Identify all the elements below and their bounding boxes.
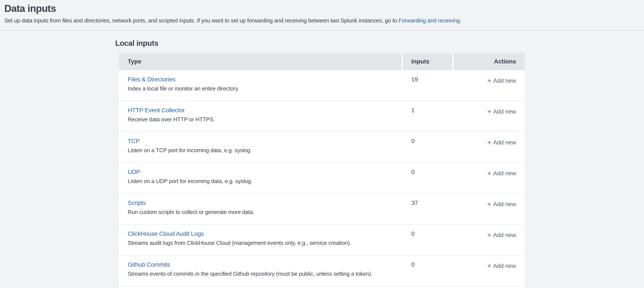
plus-icon: + xyxy=(487,169,492,177)
plus-icon: + xyxy=(487,231,492,239)
add-new-button[interactable]: +Add new xyxy=(487,262,516,269)
actions-cell: +Add new xyxy=(453,70,525,101)
add-new-button[interactable]: +Add new xyxy=(487,108,516,115)
column-header-inputs: Inputs xyxy=(403,53,452,70)
plus-icon: + xyxy=(487,200,492,208)
input-type-link[interactable]: HTTP Event Collector xyxy=(128,107,184,114)
input-type-description: Receive data over HTTP or HTTPS. xyxy=(128,116,402,123)
input-type-description: Listen on a UDP port for incoming data, … xyxy=(128,178,402,185)
type-cell: Github Commits Streams events of commits… xyxy=(119,255,402,286)
input-type-link[interactable]: Scripts xyxy=(128,199,146,206)
inputs-count: 0 xyxy=(403,163,452,193)
column-header-type: Type xyxy=(119,53,402,70)
inputs-count: 37 xyxy=(403,194,452,224)
actions-cell: +Add new xyxy=(453,163,525,193)
input-type-link[interactable]: Files & Directories xyxy=(128,76,175,83)
subtitle-period: . xyxy=(460,17,461,24)
input-type-description: Run custom scripts to collect or generat… xyxy=(128,209,402,215)
add-new-label: Add new xyxy=(493,77,516,84)
input-type-description: Index a local file or monitor an entire … xyxy=(128,85,402,92)
add-new-label: Add new xyxy=(493,232,516,238)
input-type-link[interactable]: Github Commits xyxy=(128,261,170,268)
forwarding-and-receiving-link[interactable]: Forwarding and receiving xyxy=(398,17,460,24)
table-header: Type Inputs Actions xyxy=(119,53,525,70)
partial-next-row xyxy=(119,286,525,288)
inputs-count: 0 xyxy=(403,224,452,255)
inputs-count: 1 xyxy=(403,101,452,131)
actions-cell: +Add new xyxy=(453,101,525,131)
add-new-label: Add new xyxy=(493,262,516,269)
table-row: TCP Listen on a TCP port for incoming da… xyxy=(119,132,525,163)
add-new-button[interactable]: +Add new xyxy=(487,139,516,146)
inputs-count: 0 xyxy=(403,255,452,286)
table-row: Github Commits Streams events of commits… xyxy=(119,255,525,286)
plus-icon: + xyxy=(487,138,492,146)
add-new-label: Add new xyxy=(493,170,516,177)
type-cell: TCP Listen on a TCP port for incoming da… xyxy=(119,132,402,162)
actions-cell: +Add new xyxy=(453,194,525,224)
input-type-description: Streams audit logs from ClickHouse Cloud… xyxy=(128,240,402,246)
page-header: Data inputs Set up data inputs from file… xyxy=(4,3,461,24)
section-heading: Local inputs xyxy=(115,39,158,48)
add-new-button[interactable]: +Add new xyxy=(487,170,516,177)
page-title: Data inputs xyxy=(4,3,461,14)
input-type-link[interactable]: TCP xyxy=(128,138,140,145)
table-body: Files & Directories Index a local file o… xyxy=(119,70,525,286)
add-new-button[interactable]: +Add new xyxy=(487,232,516,238)
local-inputs-table: Type Inputs Actions Files & Directories … xyxy=(119,53,525,288)
table-row: HTTP Event Collector Receive data over H… xyxy=(119,101,525,132)
add-new-button[interactable]: +Add new xyxy=(487,201,516,207)
table-row: UDP Listen on a UDP port for incoming da… xyxy=(119,163,525,194)
type-cell: ClickHouse Cloud Audit Logs Streams audi… xyxy=(119,224,402,255)
type-cell: Files & Directories Index a local file o… xyxy=(119,70,402,101)
inputs-count: 19 xyxy=(403,70,452,101)
subtitle-text: Set up data inputs from files and direct… xyxy=(4,17,398,24)
plus-icon: + xyxy=(487,76,492,85)
actions-cell: +Add new xyxy=(453,224,525,255)
column-header-actions: Actions xyxy=(453,53,525,70)
plus-icon: + xyxy=(487,107,492,116)
type-cell: HTTP Event Collector Receive data over H… xyxy=(119,101,402,131)
input-type-link[interactable]: ClickHouse Cloud Audit Logs xyxy=(128,230,204,237)
inputs-count: 0 xyxy=(403,132,452,162)
add-new-button[interactable]: +Add new xyxy=(487,77,516,84)
page-subtitle: Set up data inputs from files and direct… xyxy=(4,17,461,24)
type-cell: Scripts Run custom scripts to collect or… xyxy=(119,194,402,224)
add-new-label: Add new xyxy=(493,201,516,207)
table-row: ClickHouse Cloud Audit Logs Streams audi… xyxy=(119,224,525,255)
type-cell: UDP Listen on a UDP port for incoming da… xyxy=(119,163,402,193)
actions-cell: +Add new xyxy=(453,132,525,162)
plus-icon: + xyxy=(487,262,492,270)
actions-cell: +Add new xyxy=(453,255,525,286)
header-divider xyxy=(0,31,644,31)
add-new-label: Add new xyxy=(493,108,516,115)
table-row: Files & Directories Index a local file o… xyxy=(119,70,525,101)
table-row: Scripts Run custom scripts to collect or… xyxy=(119,194,525,224)
add-new-label: Add new xyxy=(493,139,516,146)
input-type-link[interactable]: UDP xyxy=(128,169,140,175)
input-type-description: Streams events of commits in the specifi… xyxy=(128,270,402,277)
input-type-description: Listen on a TCP port for incoming data, … xyxy=(128,147,402,154)
